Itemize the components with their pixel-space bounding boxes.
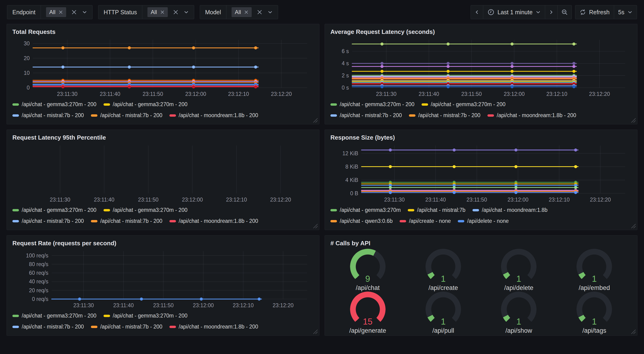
response-size-chart[interactable]: 23:11:3023:11:4023:11:5023:12:0023:12:10… <box>330 142 632 205</box>
filter-endpoint-label: Endpoint <box>7 5 41 19</box>
legend-item[interactable]: /api/chat - moondream:1.8b <box>472 207 548 213</box>
template-variable-filters: Endpoint All HTTP Status All <box>7 5 278 19</box>
svg-text:23:11:30: 23:11:30 <box>384 197 405 203</box>
filter-endpoint-value[interactable]: All <box>41 5 92 19</box>
legend-item[interactable]: /api/chat - gemma3:270m - 200 <box>104 207 188 213</box>
time-controls: Last 1 minute Refresh 5s <box>470 5 637 19</box>
gauge-grid: 9 /api/chat 1 /api/create 1 /api/delete … <box>330 247 632 337</box>
legend-item[interactable]: /api/create - none <box>400 218 451 224</box>
legend-item[interactable]: /api/chat - mistral:7b - 200 <box>409 112 480 119</box>
legend-item[interactable]: /api/chat - mistral:7b - 200 <box>91 324 162 330</box>
legend-item[interactable]: /api/chat - gemma3:270m <box>330 207 401 213</box>
filter-model-value[interactable]: All <box>226 5 278 19</box>
latency-p95-chart[interactable]: 23:11:3023:11:4023:11:5023:12:0023:12:10… <box>12 142 314 205</box>
chevron-down-icon[interactable] <box>184 10 189 15</box>
chevron-down-icon[interactable] <box>268 10 273 15</box>
svg-text:23:11:30: 23:11:30 <box>376 91 396 97</box>
legend-swatch <box>408 209 414 211</box>
panel-resize-handle[interactable] <box>630 117 636 123</box>
panel-title[interactable]: Total Requests <box>12 28 314 36</box>
filter-endpoint-chip[interactable]: All <box>46 7 66 17</box>
refresh-interval-button[interactable]: 5s <box>614 5 637 19</box>
time-shift-back-button[interactable] <box>471 5 483 19</box>
gauge-api-chat: 9 /api/chat <box>350 249 386 291</box>
filter-model-chip[interactable]: All <box>232 7 252 17</box>
panel-title[interactable]: Request Latency 95th Percentile <box>12 134 314 141</box>
close-icon[interactable] <box>244 10 248 14</box>
clear-selection-icon[interactable] <box>173 9 178 15</box>
filter-http-status: HTTP Status All <box>98 5 194 19</box>
panel-title[interactable]: Request Rate (requests per second) <box>12 240 314 247</box>
legend-item[interactable]: /api/chat - mistral:7b - 200 <box>12 112 84 119</box>
legend-item[interactable]: /api/chat - moondream:1.8b - 200 <box>170 112 258 119</box>
panel-resize-handle[interactable] <box>312 329 318 334</box>
svg-text:4 s: 4 s <box>342 60 349 66</box>
time-range-picker-button[interactable]: Last 1 minute <box>483 5 545 19</box>
legend-swatch <box>170 114 176 117</box>
close-icon[interactable] <box>59 10 63 14</box>
legend-item[interactable]: /api/chat - mistral:7b - 200 <box>12 218 84 224</box>
legend-item[interactable]: /api/chat - gemma3:270m - 200 <box>12 207 96 213</box>
svg-text:6 s: 6 s <box>342 48 349 54</box>
filter-http-status-value[interactable]: All <box>142 5 194 19</box>
gauge-value: 1 <box>501 274 536 284</box>
panel-resize-handle[interactable] <box>630 223 636 229</box>
legend-item[interactable]: /api/chat - moondream:1.8b - 200 <box>488 112 576 119</box>
time-zoom-out-button[interactable] <box>557 5 572 19</box>
clear-selection-icon[interactable] <box>257 9 262 15</box>
legend-item[interactable]: /api/chat - moondream:1.8b - 200 <box>170 218 258 224</box>
legend-item[interactable]: /api/chat - gemma3:270m - 200 <box>12 313 96 319</box>
legend-swatch <box>12 114 19 117</box>
panel-title[interactable]: Average Request Latency (seconds) <box>330 28 632 36</box>
svg-text:8 KiB: 8 KiB <box>345 164 358 170</box>
svg-text:12 KiB: 12 KiB <box>342 150 358 156</box>
legend-swatch <box>12 326 19 328</box>
legend-item[interactable]: /api/chat - moondream:1.8b - 200 <box>170 324 258 330</box>
legend-item[interactable]: /api/chat - gemma3:270m - 200 <box>104 313 188 319</box>
legend-swatch <box>104 103 110 106</box>
legend-item[interactable]: /api/chat - mistral:7b - 200 <box>12 324 84 330</box>
legend-item[interactable]: /api/chat - gemma3:270m - 200 <box>12 101 96 108</box>
chevron-down-icon[interactable] <box>82 10 87 15</box>
gauge-value: 1 <box>501 317 536 327</box>
refresh-icon <box>580 9 586 16</box>
filter-model-label: Model <box>200 5 226 19</box>
gauge-label: /api/tags <box>582 327 606 334</box>
svg-text:23:12:00: 23:12:00 <box>504 91 525 97</box>
time-shift-forward-button[interactable] <box>545 5 557 19</box>
panel-title[interactable]: Response Size (bytes) <box>330 134 632 141</box>
gauge-value: 1 <box>576 274 612 284</box>
legend-item[interactable]: /api/chat - mistral:7b - 200 <box>91 218 162 224</box>
svg-text:23:11:30: 23:11:30 <box>73 302 94 308</box>
legend-item[interactable]: /api/delete - none <box>458 218 509 224</box>
filter-http-status-chip[interactable]: All <box>148 7 168 17</box>
filter-model: Model All <box>200 5 278 19</box>
panel-resize-handle[interactable] <box>312 117 318 123</box>
request-rate-chart[interactable]: 23:11:3023:11:4023:11:5023:12:0023:12:10… <box>12 247 314 310</box>
panel-resize-handle[interactable] <box>630 329 636 334</box>
svg-text:0 req/s: 0 req/s <box>32 296 48 302</box>
panel-title[interactable]: # Calls by API <box>330 240 632 247</box>
legend-item[interactable]: /api/chat - mistral:7b <box>408 207 466 213</box>
legend: /api/chat - gemma3:270m - 200 /api/chat … <box>12 205 314 229</box>
avg-latency-chart[interactable]: 23:11:3023:11:4023:11:5023:12:0023:12:10… <box>330 36 632 99</box>
svg-text:23:11:50: 23:11:50 <box>138 197 159 203</box>
panel-request-rate: Request Rate (requests per second) 23:11… <box>6 235 320 336</box>
refresh-button[interactable]: Refresh <box>575 5 614 19</box>
legend-item[interactable]: /api/chat - gemma3:270m - 200 <box>422 101 506 108</box>
svg-text:0: 0 <box>27 85 30 91</box>
clear-selection-icon[interactable] <box>71 9 77 15</box>
legend-item[interactable]: /api/chat - gemma3:270m - 200 <box>330 101 414 108</box>
legend-item[interactable]: /api/chat - mistral:7b - 200 <box>91 112 162 119</box>
legend-swatch <box>12 103 19 106</box>
svg-text:80 req/s: 80 req/s <box>29 261 48 267</box>
legend-item[interactable]: /api/chat - gemma3:270m - 200 <box>104 101 188 108</box>
svg-text:10: 10 <box>24 70 30 76</box>
close-icon[interactable] <box>160 10 164 14</box>
legend-item[interactable]: /api/chat - qwen3:0.6b <box>330 218 392 224</box>
legend-swatch <box>12 220 19 222</box>
panel-resize-handle[interactable] <box>312 223 318 229</box>
legend-item[interactable]: /api/chat - mistral:7b - 200 <box>330 112 402 119</box>
clock-icon <box>488 9 494 16</box>
total-requests-chart[interactable]: 23:11:3023:11:4023:11:5023:12:0023:12:10… <box>12 36 314 99</box>
